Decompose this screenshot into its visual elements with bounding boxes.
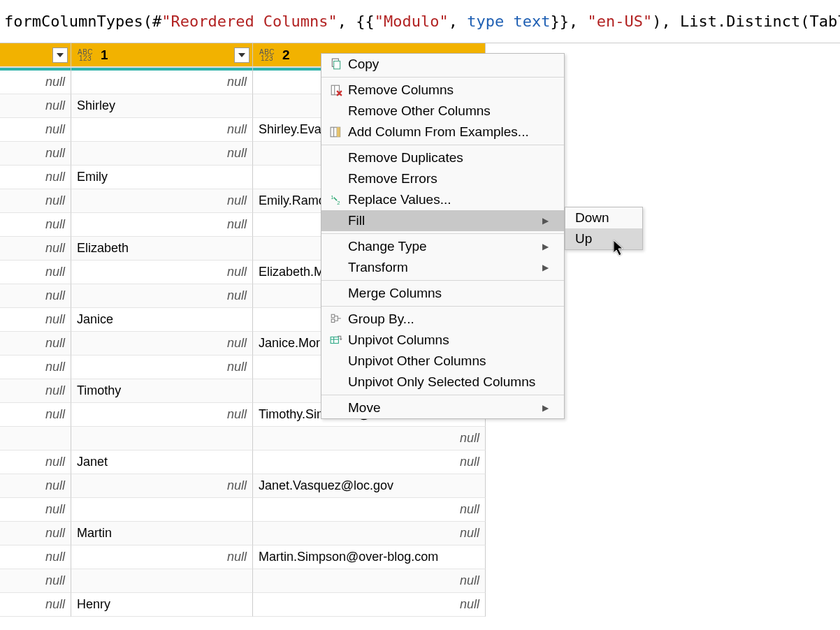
cell-col2[interactable]: null <box>253 593 486 617</box>
table-row[interactable]: nullnull <box>0 498 840 522</box>
menu-remove-duplicates[interactable]: Remove Duplicates <box>321 147 564 168</box>
cell-col1[interactable]: null <box>71 545 253 569</box>
column-filter-dropdown[interactable] <box>234 47 249 63</box>
cell-col2[interactable]: null <box>253 498 486 522</box>
menu-replace-values[interactable]: 12 Replace Values... <box>321 189 564 210</box>
cell-col0[interactable]: null <box>0 356 71 379</box>
cell-col0[interactable]: null <box>0 379 71 403</box>
cell-col0[interactable]: null <box>0 308 71 332</box>
cell-col0[interactable]: null <box>0 261 71 284</box>
menu-copy[interactable]: Copy <box>321 54 564 75</box>
cell-col0[interactable]: null <box>0 332 71 356</box>
table-row[interactable]: nullnull <box>0 569 840 593</box>
chevron-down-icon <box>238 53 245 57</box>
submenu-fill-down[interactable]: Down <box>565 207 642 228</box>
replace-values-icon: 12 <box>321 189 348 210</box>
column-header-index[interactable] <box>0 43 71 68</box>
table-row[interactable]: null <box>0 427 840 450</box>
cell-col1[interactable]: null <box>71 332 253 356</box>
menu-unpivot-only-selected[interactable]: Unpivot Only Selected Columns <box>321 372 564 393</box>
cell-col0[interactable]: null <box>0 94 71 118</box>
cell-col0[interactable]: null <box>0 569 71 593</box>
cell-col1[interactable]: Elizabeth <box>71 237 253 261</box>
table-row[interactable]: nullJanetnull <box>0 450 840 474</box>
cell-col1[interactable]: null <box>71 261 253 284</box>
menu-remove-columns[interactable]: Remove Columns <box>321 80 564 101</box>
cell-col0[interactable]: null <box>0 166 71 189</box>
menu-merge-columns[interactable]: Merge Columns <box>321 283 564 304</box>
copy-icon <box>321 54 348 75</box>
cell-col1[interactable]: null <box>71 118 253 142</box>
menu-unpivot-other-columns[interactable]: Unpivot Other Columns <box>321 351 564 372</box>
column-header-label: 2 <box>282 47 290 63</box>
cell-col0[interactable]: null <box>0 545 71 569</box>
menu-transform[interactable]: Transform ▶ <box>321 257 564 278</box>
cell-col1[interactable]: Martin <box>71 522 253 545</box>
cell-col0[interactable]: null <box>0 213 71 237</box>
cell-col0[interactable]: null <box>0 593 71 617</box>
submenu-arrow-icon: ▶ <box>542 263 549 272</box>
svg-text:1: 1 <box>331 194 333 200</box>
cell-col2[interactable]: Martin.Simpson@over-blog.com <box>253 545 486 569</box>
cell-col1[interactable]: Emily <box>71 166 253 189</box>
table-row[interactable]: nullnullMartin.Simpson@over-blog.com <box>0 545 840 569</box>
cell-col0[interactable]: null <box>0 189 71 213</box>
formula-text: formColumnTypes(#"Reordered Columns", {{… <box>4 13 840 30</box>
table-row[interactable]: nullnullJanet.Vasquez@loc.gov <box>0 474 840 498</box>
cell-col0[interactable]: null <box>0 403 71 427</box>
cell-col1[interactable]: null <box>71 284 253 308</box>
menu-fill[interactable]: Fill ▶ <box>321 210 564 231</box>
cell-col1[interactable]: Janet <box>71 450 253 474</box>
table-row[interactable]: nullMartinnull <box>0 522 840 545</box>
cell-col0[interactable]: null <box>0 474 71 498</box>
cell-col1[interactable]: Janice <box>71 308 253 332</box>
svg-text:2: 2 <box>337 200 340 206</box>
cell-col0[interactable] <box>0 427 71 450</box>
menu-remove-other-columns[interactable]: Remove Other Columns <box>321 101 564 122</box>
group-by-icon <box>321 309 348 330</box>
cell-col1[interactable]: null <box>71 356 253 379</box>
submenu-fill-up[interactable]: Up <box>565 228 642 249</box>
svg-rect-12 <box>331 319 335 323</box>
menu-move[interactable]: Move ▶ <box>321 397 564 418</box>
fill-submenu: Down Up <box>565 207 643 250</box>
cell-col0[interactable]: null <box>0 118 71 142</box>
menu-change-type[interactable]: Change Type ▶ <box>321 236 564 257</box>
cell-col1[interactable]: Timothy <box>71 379 253 403</box>
datatype-any-icon: ABC123 <box>77 47 94 64</box>
cell-col1[interactable] <box>71 498 253 522</box>
menu-remove-errors[interactable]: Remove Errors <box>321 168 564 189</box>
cell-col1[interactable]: null <box>71 213 253 237</box>
cell-col2[interactable]: Janet.Vasquez@loc.gov <box>253 474 486 498</box>
add-column-icon <box>321 122 348 142</box>
cell-col0[interactable]: null <box>0 71 71 94</box>
formula-bar[interactable]: formColumnTypes(#"Reordered Columns", {{… <box>0 0 840 43</box>
chevron-down-icon <box>57 53 64 57</box>
cell-col2[interactable]: null <box>253 427 486 450</box>
cell-col1[interactable]: null <box>71 189 253 213</box>
cell-col0[interactable]: null <box>0 522 71 545</box>
menu-unpivot-columns[interactable]: Unpivot Columns <box>321 330 564 351</box>
cell-col2[interactable]: null <box>253 522 486 545</box>
cell-col0[interactable]: null <box>0 237 71 261</box>
cell-col1[interactable] <box>71 427 253 450</box>
cell-col0[interactable]: null <box>0 142 71 166</box>
cell-col1[interactable] <box>71 569 253 593</box>
table-row[interactable]: nullHenrynull <box>0 593 840 617</box>
cell-col1[interactable]: null <box>71 142 253 166</box>
cell-col2[interactable]: null <box>253 450 486 474</box>
cell-col0[interactable]: null <box>0 450 71 474</box>
cell-col1[interactable]: null <box>71 474 253 498</box>
cell-col1[interactable]: Shirley <box>71 94 253 118</box>
menu-group-by[interactable]: Group By... <box>321 309 564 330</box>
column-header-1[interactable]: ABC123 1 <box>71 43 253 68</box>
cell-col1[interactable]: null <box>71 403 253 427</box>
cell-col1[interactable]: null <box>71 71 253 94</box>
cell-col0[interactable]: null <box>0 498 71 522</box>
cell-col1[interactable]: Henry <box>71 593 253 617</box>
cell-col0[interactable]: null <box>0 284 71 308</box>
cell-col2[interactable]: null <box>253 569 486 593</box>
column-filter-dropdown[interactable] <box>52 47 68 63</box>
submenu-arrow-icon: ▶ <box>542 403 549 413</box>
menu-add-column-from-examples[interactable]: Add Column From Examples... <box>321 122 564 142</box>
